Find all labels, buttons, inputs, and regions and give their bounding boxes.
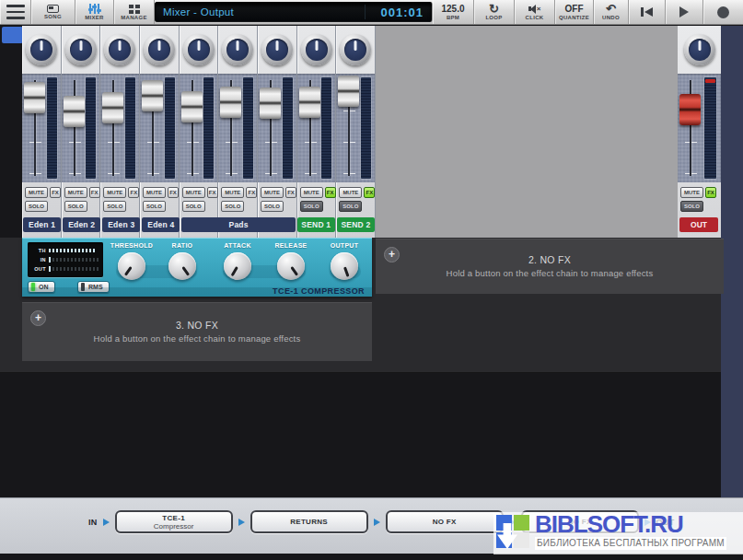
fader-cap[interactable] (102, 92, 123, 123)
chain-arrow-icon (374, 519, 380, 526)
output-knob[interactable] (331, 252, 358, 280)
menu-button[interactable] (0, 0, 31, 24)
mute-button[interactable]: MUTE (143, 187, 166, 198)
song-button[interactable]: SONG (31, 0, 75, 24)
output-channel-strip: MUTE FX SOLO OUT (678, 26, 721, 238)
channel-strips: MUTE FX SOLO MUTE FX SOLO (22, 26, 376, 238)
mute-button[interactable]: MUTE (25, 187, 48, 198)
fx-button[interactable]: FX (325, 187, 336, 198)
mixer-button[interactable]: MIXER (75, 0, 114, 24)
channel-label[interactable]: SEND 1 (297, 217, 335, 232)
solo-button[interactable]: SOLO (300, 201, 323, 212)
fader-cap[interactable] (260, 88, 281, 119)
output-fader-cap[interactable] (679, 94, 701, 125)
mute-button[interactable]: MUTE (300, 187, 323, 198)
pan-knob[interactable] (104, 34, 135, 65)
attack-knob[interactable] (224, 252, 251, 280)
pan-knob[interactable] (144, 34, 175, 65)
pan-knob[interactable] (684, 34, 715, 65)
mute-button[interactable]: MUTE (339, 187, 362, 198)
mute-button[interactable]: MUTE (221, 187, 244, 198)
fx-button[interactable]: FX (89, 187, 100, 198)
solo-button[interactable]: SOLO (25, 201, 48, 212)
manage-label: MANAGE (121, 15, 146, 20)
mute-button[interactable]: MUTE (182, 187, 205, 198)
fader-cap[interactable] (338, 76, 359, 107)
fx-button[interactable]: FX (168, 187, 179, 198)
rewind-button[interactable] (629, 0, 666, 24)
compressor-rms-button[interactable]: RMS (77, 281, 110, 293)
fx-slot-3[interactable]: + 3. NO FX Hold a button on the effect c… (22, 302, 372, 361)
fx-button[interactable]: FX (246, 187, 257, 198)
record-button[interactable] (703, 0, 743, 24)
mute-button[interactable]: MUTE (261, 187, 284, 198)
pan-knob[interactable] (183, 34, 215, 65)
solo-button[interactable]: SOLO (261, 201, 284, 212)
solo-button[interactable]: SOLO (143, 201, 166, 212)
pan-knob-face (306, 39, 328, 61)
solo-button[interactable]: SOLO (64, 201, 87, 212)
fader-cap[interactable] (24, 82, 45, 113)
fx-button[interactable]: FX (207, 187, 218, 198)
fx-slot-title: 2. NO FX (528, 254, 571, 265)
fx-button[interactable]: FX (364, 187, 375, 198)
solo-button[interactable]: SOLO (103, 201, 126, 212)
fx-button[interactable]: FX (705, 187, 716, 198)
mute-button[interactable]: MUTE (103, 187, 126, 198)
undo-button[interactable]: ↶ UNDO (594, 0, 629, 24)
chain-compressor-button[interactable]: TCE-1 Compressor (115, 510, 233, 533)
release-knob[interactable] (277, 252, 305, 280)
solo-button[interactable]: SOLO (680, 201, 703, 212)
fader-zone (22, 74, 61, 182)
pan-knob-pointer (197, 41, 200, 51)
compressor-on-button[interactable]: ON (28, 281, 55, 293)
mute-button[interactable]: MUTE (680, 187, 703, 198)
meter-row-label: OUT (31, 266, 46, 272)
quantize-label: QUANTIZE (559, 15, 589, 20)
level-meter (86, 77, 96, 179)
pan-knob[interactable] (26, 34, 57, 65)
fader-cap[interactable] (142, 80, 163, 111)
channel-label[interactable]: Eden 4 (142, 217, 180, 232)
input-meter-tick (49, 257, 51, 262)
fx-button[interactable]: FX (50, 187, 61, 198)
solo-button[interactable]: SOLO (221, 201, 244, 212)
pan-knob[interactable] (340, 34, 371, 65)
quantize-button[interactable]: OFF QUANTIZE (555, 0, 594, 24)
add-effect-button[interactable]: + (384, 247, 400, 262)
pan-knob[interactable] (222, 34, 253, 65)
chain-fx2-button[interactable]: NO FX (386, 510, 504, 533)
channel-label[interactable]: Eden 3 (102, 217, 140, 232)
mute-fx-row: MUTE FX (64, 187, 100, 198)
channel-strip: MUTE FX SOLO (100, 26, 140, 238)
level-meter (243, 77, 253, 179)
fader-cap[interactable] (299, 87, 320, 118)
output-channel-label[interactable]: OUT (679, 217, 718, 232)
add-effect-button[interactable]: + (30, 310, 46, 326)
bpm-button[interactable]: 125.0 BPM (433, 0, 474, 24)
loop-button[interactable]: ↻ LOOP (474, 0, 515, 24)
pan-knob[interactable] (261, 34, 293, 65)
solo-button[interactable]: SOLO (182, 201, 205, 212)
ratio-knob[interactable] (168, 252, 196, 280)
channel-label[interactable]: Pads (181, 217, 295, 232)
play-button[interactable] (666, 0, 703, 24)
threshold-knob[interactable] (118, 252, 145, 280)
channel-label[interactable]: Eden 2 (63, 217, 100, 232)
mute-button[interactable]: MUTE (64, 187, 87, 198)
pan-knob[interactable] (301, 34, 332, 65)
channel-label[interactable]: Eden 1 (23, 217, 61, 232)
fx-button[interactable]: FX (285, 187, 296, 198)
fader-cap[interactable] (220, 87, 241, 118)
pan-knob[interactable] (65, 34, 97, 65)
fx-button[interactable]: FX (128, 187, 139, 198)
channel-label[interactable]: SEND 2 (337, 217, 375, 232)
manage-button[interactable]: MANAGE (114, 0, 155, 24)
fx-slot-2[interactable]: + 2. NO FX Hold a button on the effect c… (376, 239, 724, 294)
fx-slot-hint: Hold a button on the effect chain to man… (94, 333, 301, 344)
solo-button[interactable]: SOLO (339, 201, 362, 212)
fader-cap[interactable] (181, 91, 203, 122)
click-button[interactable]: × CLICK (515, 0, 555, 24)
chain-returns-button[interactable]: RETURNS (250, 510, 368, 533)
fader-cap[interactable] (64, 96, 85, 127)
